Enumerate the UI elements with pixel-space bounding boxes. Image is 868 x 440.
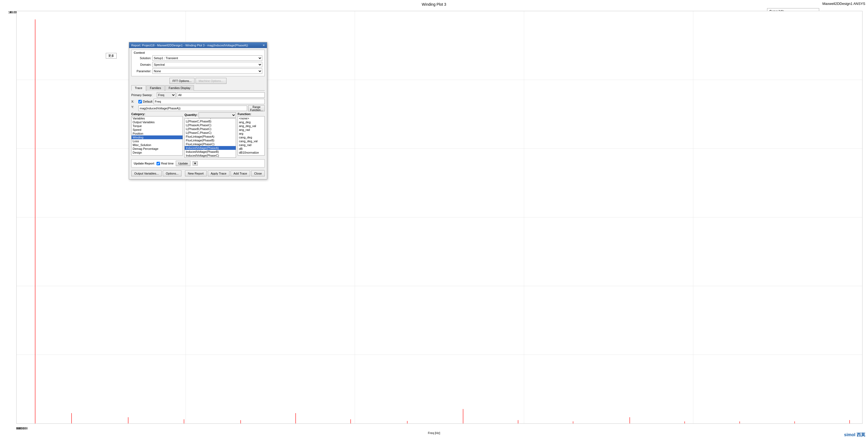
quantity-column: Quantity: L(PhaseA,PhaseA)L(PhaseB,Phase…: [184, 112, 236, 158]
quantity-item[interactable]: L(PhaseC,PhaseB): [185, 119, 236, 123]
apply-trace-button[interactable]: Apply Trace: [208, 171, 229, 176]
quantity-item[interactable]: InducedVoltage(PhaseB): [185, 150, 236, 154]
footer-right-buttons: New Report Apply Trace Add Trace Close: [185, 171, 265, 176]
category-item[interactable]: Misc_Solution: [131, 143, 183, 147]
dialog-titlebar: Report: Project18 - Maxwell2DDesign1 - W…: [129, 42, 267, 48]
category-item[interactable]: Expression Cache: [131, 154, 183, 155]
dialog-title: Report: Project18 - Maxwell2DDesign1 - W…: [131, 44, 248, 47]
parameter-select[interactable]: None: [152, 68, 262, 74]
category-column: Category: VariablesOutput VariablesTorqu…: [131, 112, 183, 158]
y-ticks: 120.00100.0080.0060.0040.0020.000.00: [3, 11, 18, 424]
options-buttons-row: FFT Options... Machine Options...: [131, 78, 265, 84]
quantity-item[interactable]: FluxLinkage(PhaseC): [185, 142, 236, 146]
quantity-item[interactable]: L(PhaseA,PhaseC): [185, 123, 236, 127]
main-window: Winding Plot 3 Maxwell2DDesign1 ANSYS Cu…: [0, 0, 868, 440]
solution-label: Solution:: [134, 56, 151, 60]
parameter-row: Parameter: None: [134, 68, 262, 74]
footer-left-buttons: Output Variables... Options...: [131, 171, 182, 176]
function-item[interactable]: cang_deg: [238, 136, 265, 139]
simol-brand: simol 西莫: [844, 432, 865, 438]
quantity-sort-select[interactable]: [198, 112, 236, 118]
domain-select[interactable]: Spectral: [152, 62, 262, 67]
y-row: Y: RangeFunction...: [131, 105, 265, 111]
x-ticks: 0.002500.005000.007500.0010000.0012500.0…: [16, 427, 863, 432]
quantity-item[interactable]: FluxLinkage(PhaseB): [185, 139, 236, 142]
x-row: X: Default: [131, 99, 265, 104]
primary-sweep-all-input[interactable]: [177, 92, 265, 98]
y-value-input[interactable]: [138, 106, 247, 111]
context-section: Context Solution: Setup1 : Transient Dom…: [131, 50, 265, 76]
category-item[interactable]: Output Variables: [131, 120, 183, 124]
quantity-header-row: Quantity:: [184, 112, 236, 118]
output-variables-button[interactable]: Output Variables...: [131, 171, 162, 176]
new-report-button[interactable]: New Report: [185, 171, 207, 176]
function-list[interactable]: <none>ang_degang_deg_valang_radargcang_d…: [238, 116, 265, 155]
solution-select[interactable]: Setup1 : Transient: [152, 55, 262, 61]
dialog-close-button[interactable]: ×: [262, 43, 265, 47]
add-trace-button[interactable]: Add Trace: [230, 171, 250, 176]
category-item[interactable]: Demag Percentage: [131, 147, 183, 151]
range-function-button[interactable]: RangeFunction...: [248, 105, 265, 111]
options-button[interactable]: Options...: [163, 171, 182, 176]
category-item[interactable]: Speed: [131, 128, 183, 131]
x-default-label: Default: [143, 100, 152, 103]
category-item[interactable]: Position: [131, 131, 183, 136]
trace-tab-content: Primary Sweep: Freq X: Default Y:: [131, 92, 265, 168]
quantity-list[interactable]: L(PhaseA,PhaseA)L(PhaseB,PhaseA)L(PhaseC…: [184, 118, 236, 158]
y-tick: 0.00: [11, 11, 17, 14]
parameter-label: Parameter:: [134, 69, 151, 73]
function-item[interactable]: cang_rad: [238, 143, 265, 147]
category-list[interactable]: VariablesOutput VariablesTorqueSpeedPosi…: [131, 116, 183, 155]
function-item[interactable]: dB20normalize: [238, 154, 265, 155]
function-header: Function:: [238, 112, 265, 116]
category-header: Category:: [131, 112, 183, 116]
close-button[interactable]: Close: [251, 171, 265, 176]
update-report-section: Update Report Real time Update ▼: [131, 159, 265, 168]
primary-sweep-row: Primary Sweep: Freq: [131, 92, 265, 98]
report-dialog[interactable]: Report: Project18 - Maxwell2DDesign1 - W…: [129, 42, 267, 179]
function-column: Function: <none>ang_degang_deg_valang_ra…: [238, 112, 265, 158]
tab-families-display[interactable]: Families Display: [165, 85, 194, 91]
function-item[interactable]: cang_deg_val: [238, 139, 265, 143]
function-item[interactable]: dB10normalize: [238, 151, 265, 154]
tab-families[interactable]: Families: [147, 85, 165, 91]
category-item[interactable]: Variables: [131, 116, 183, 120]
machine-options-button[interactable]: Machine Options...: [195, 78, 226, 84]
quantity-item[interactable]: L(PhaseC,PhaseC): [185, 131, 236, 135]
category-item[interactable]: Design: [131, 151, 183, 154]
domain-row: Domain: Spectral: [134, 62, 262, 67]
function-item[interactable]: dB: [238, 147, 265, 151]
category-item[interactable]: Winding: [131, 136, 183, 139]
x-value-input[interactable]: [154, 99, 265, 104]
function-item[interactable]: ang_deg_val: [238, 124, 265, 128]
tab-trace[interactable]: Trace: [131, 85, 146, 91]
function-item[interactable]: ang_rad: [238, 128, 265, 131]
fft-options-button[interactable]: FFT Options...: [169, 78, 194, 84]
primary-sweep-label: Primary Sweep:: [131, 93, 156, 97]
cqf-area: Category: VariablesOutput VariablesTorqu…: [131, 112, 265, 158]
quantity-item[interactable]: FluxLinkage(PhaseA): [185, 135, 236, 139]
update-dropdown-arrow[interactable]: ▼: [193, 161, 198, 166]
quantity-item[interactable]: InducedVoltage(PhaseC): [185, 154, 236, 157]
realtime-checkbox-label: Real time: [156, 162, 174, 165]
x-tick: 12500.00: [16, 427, 28, 430]
tab-bar: Trace Families Families Display: [131, 85, 265, 91]
category-item[interactable]: Torque: [131, 124, 183, 128]
realtime-label: Real time: [161, 162, 174, 165]
plot-title: Winding Plot 3: [0, 0, 868, 9]
dialog-footer: Output Variables... Options... New Repor…: [131, 169, 265, 178]
quantity-item[interactable]: InducedVoltage(PhaseA): [185, 146, 236, 150]
quantity-item[interactable]: L(PhaseB,PhaseC): [185, 127, 236, 131]
x-label: X:: [131, 100, 137, 103]
more-button[interactable]: 更多: [106, 53, 117, 59]
update-button[interactable]: Update: [176, 161, 190, 166]
function-item[interactable]: ang_deg: [238, 120, 265, 124]
domain-label: Domain:: [134, 63, 151, 66]
x-default-checkbox[interactable]: [138, 100, 142, 104]
realtime-checkbox[interactable]: [156, 162, 160, 165]
category-item[interactable]: Loss: [131, 139, 183, 143]
primary-sweep-select[interactable]: Freq: [157, 92, 176, 98]
function-item[interactable]: <none>: [238, 116, 265, 120]
function-item[interactable]: arg: [238, 131, 265, 136]
ansys-brand: Maxwell2DDesign1 ANSYS: [823, 2, 865, 6]
